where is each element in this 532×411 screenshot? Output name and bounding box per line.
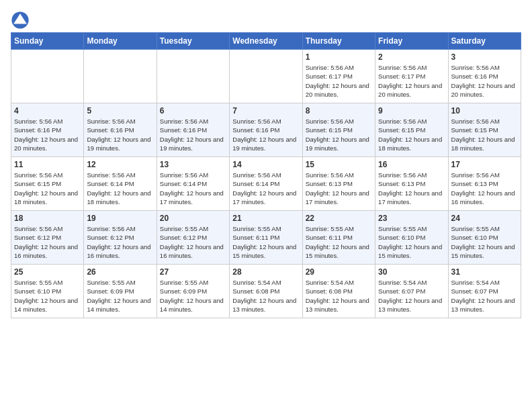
day-number: 22: [306, 214, 372, 223]
day-number: 8: [306, 106, 372, 116]
calendar-cell: 25Sunrise: 5:55 AM Sunset: 6:10 PM Dayli…: [11, 265, 84, 318]
day-info: Sunrise: 5:55 AM Sunset: 6:10 PM Dayligh…: [14, 278, 81, 314]
day-number: 21: [232, 214, 299, 223]
calendar-cell: 29Sunrise: 5:54 AM Sunset: 6:08 PM Dayli…: [302, 265, 375, 318]
calendar-cell: 7Sunrise: 5:56 AM Sunset: 6:16 PM Daylig…: [230, 103, 302, 157]
day-info: Sunrise: 5:55 AM Sunset: 6:09 PM Dayligh…: [160, 278, 226, 314]
day-number: 26: [87, 267, 153, 277]
day-info: Sunrise: 5:56 AM Sunset: 6:13 PM Dayligh…: [306, 171, 372, 206]
day-header: Monday: [84, 33, 157, 50]
day-info: Sunrise: 5:56 AM Sunset: 6:14 PM Dayligh…: [232, 171, 299, 206]
calendar-cell: 21Sunrise: 5:55 AM Sunset: 6:11 PM Dayli…: [230, 211, 302, 265]
day-number: 4: [14, 106, 81, 116]
day-info: Sunrise: 5:56 AM Sunset: 6:16 PM Dayligh…: [232, 117, 299, 152]
day-number: 25: [14, 267, 81, 277]
day-number: 11: [14, 160, 81, 169]
day-header: Wednesday: [230, 33, 302, 50]
day-info: Sunrise: 5:56 AM Sunset: 6:13 PM Dayligh…: [378, 171, 445, 206]
calendar-week-row: 11Sunrise: 5:56 AM Sunset: 6:15 PM Dayli…: [11, 157, 521, 211]
calendar-cell: 15Sunrise: 5:56 AM Sunset: 6:13 PM Dayli…: [302, 157, 375, 211]
calendar-cell: 8Sunrise: 5:56 AM Sunset: 6:15 PM Daylig…: [302, 103, 375, 157]
day-info: Sunrise: 5:56 AM Sunset: 6:16 PM Dayligh…: [87, 117, 153, 152]
day-info: Sunrise: 5:56 AM Sunset: 6:17 PM Dayligh…: [306, 63, 372, 99]
logo-icon: [11, 11, 30, 30]
day-number: 30: [378, 267, 445, 277]
day-info: Sunrise: 5:56 AM Sunset: 6:15 PM Dayligh…: [306, 117, 372, 152]
calendar-cell: 27Sunrise: 5:55 AM Sunset: 6:09 PM Dayli…: [157, 265, 229, 318]
day-info: Sunrise: 5:54 AM Sunset: 6:07 PM Dayligh…: [451, 278, 518, 314]
calendar-cell: [11, 50, 84, 103]
calendar-cell: [230, 50, 302, 103]
calendar-cell: 19Sunrise: 5:56 AM Sunset: 6:12 PM Dayli…: [84, 211, 157, 265]
day-number: 5: [87, 106, 153, 116]
calendar-cell: [84, 50, 157, 103]
day-info: Sunrise: 5:54 AM Sunset: 6:08 PM Dayligh…: [232, 278, 299, 314]
calendar-cell: 10Sunrise: 5:56 AM Sunset: 6:15 PM Dayli…: [448, 103, 521, 157]
calendar-week-row: 1Sunrise: 5:56 AM Sunset: 6:17 PM Daylig…: [11, 50, 521, 103]
calendar-week-row: 25Sunrise: 5:55 AM Sunset: 6:10 PM Dayli…: [11, 265, 521, 318]
calendar-cell: 17Sunrise: 5:56 AM Sunset: 6:13 PM Dayli…: [448, 157, 521, 211]
day-info: Sunrise: 5:56 AM Sunset: 6:17 PM Dayligh…: [378, 63, 445, 99]
day-number: 16: [378, 160, 445, 169]
day-number: 15: [306, 160, 372, 169]
day-info: Sunrise: 5:55 AM Sunset: 6:10 PM Dayligh…: [451, 224, 518, 260]
day-number: 31: [451, 267, 518, 277]
day-number: 24: [451, 214, 518, 223]
logo: [11, 11, 32, 30]
calendar-cell: 22Sunrise: 5:55 AM Sunset: 6:11 PM Dayli…: [302, 211, 375, 265]
calendar-cell: 5Sunrise: 5:56 AM Sunset: 6:16 PM Daylig…: [84, 103, 157, 157]
day-info: Sunrise: 5:56 AM Sunset: 6:16 PM Dayligh…: [451, 63, 518, 99]
calendar-cell: 14Sunrise: 5:56 AM Sunset: 6:14 PM Dayli…: [230, 157, 302, 211]
day-info: Sunrise: 5:56 AM Sunset: 6:14 PM Dayligh…: [160, 171, 226, 206]
day-number: 27: [160, 267, 226, 277]
header: [11, 11, 521, 30]
day-info: Sunrise: 5:56 AM Sunset: 6:15 PM Dayligh…: [451, 117, 518, 152]
calendar-cell: 23Sunrise: 5:55 AM Sunset: 6:10 PM Dayli…: [375, 211, 448, 265]
calendar-cell: 3Sunrise: 5:56 AM Sunset: 6:16 PM Daylig…: [448, 50, 521, 103]
day-info: Sunrise: 5:54 AM Sunset: 6:07 PM Dayligh…: [378, 278, 445, 314]
day-number: 14: [232, 160, 299, 169]
day-info: Sunrise: 5:55 AM Sunset: 6:10 PM Dayligh…: [378, 224, 445, 260]
calendar-cell: 2Sunrise: 5:56 AM Sunset: 6:17 PM Daylig…: [375, 50, 448, 103]
calendar-cell: 12Sunrise: 5:56 AM Sunset: 6:14 PM Dayli…: [84, 157, 157, 211]
day-number: 9: [378, 106, 445, 116]
day-number: 6: [160, 106, 226, 116]
day-info: Sunrise: 5:56 AM Sunset: 6:12 PM Dayligh…: [14, 224, 81, 260]
day-number: 3: [451, 52, 518, 62]
day-number: 18: [14, 214, 81, 223]
calendar-header-row: SundayMondayTuesdayWednesdayThursdayFrid…: [11, 33, 521, 50]
day-number: 1: [306, 52, 372, 62]
calendar-cell: 28Sunrise: 5:54 AM Sunset: 6:08 PM Dayli…: [230, 265, 302, 318]
calendar-cell: 26Sunrise: 5:55 AM Sunset: 6:09 PM Dayli…: [84, 265, 157, 318]
day-number: 19: [87, 214, 153, 223]
day-info: Sunrise: 5:56 AM Sunset: 6:16 PM Dayligh…: [160, 117, 226, 152]
day-number: 23: [378, 214, 445, 223]
day-info: Sunrise: 5:55 AM Sunset: 6:11 PM Dayligh…: [232, 224, 299, 260]
calendar-cell: 16Sunrise: 5:56 AM Sunset: 6:13 PM Dayli…: [375, 157, 448, 211]
calendar-cell: 13Sunrise: 5:56 AM Sunset: 6:14 PM Dayli…: [157, 157, 229, 211]
day-number: 12: [87, 160, 153, 169]
calendar-cell: 1Sunrise: 5:56 AM Sunset: 6:17 PM Daylig…: [302, 50, 375, 103]
calendar-cell: 6Sunrise: 5:56 AM Sunset: 6:16 PM Daylig…: [157, 103, 229, 157]
calendar-cell: 20Sunrise: 5:55 AM Sunset: 6:12 PM Dayli…: [157, 211, 229, 265]
day-info: Sunrise: 5:55 AM Sunset: 6:11 PM Dayligh…: [306, 224, 372, 260]
calendar-cell: 9Sunrise: 5:56 AM Sunset: 6:15 PM Daylig…: [375, 103, 448, 157]
day-header: Sunday: [11, 33, 84, 50]
day-info: Sunrise: 5:55 AM Sunset: 6:09 PM Dayligh…: [87, 278, 153, 314]
calendar-cell: 18Sunrise: 5:56 AM Sunset: 6:12 PM Dayli…: [11, 211, 84, 265]
calendar-cell: 30Sunrise: 5:54 AM Sunset: 6:07 PM Dayli…: [375, 265, 448, 318]
day-number: 28: [232, 267, 299, 277]
day-header: Tuesday: [157, 33, 229, 50]
day-header: Thursday: [302, 33, 375, 50]
day-info: Sunrise: 5:56 AM Sunset: 6:12 PM Dayligh…: [87, 224, 153, 260]
calendar-table: SundayMondayTuesdayWednesdayThursdayFrid…: [11, 32, 521, 318]
day-number: 29: [306, 267, 372, 277]
day-info: Sunrise: 5:54 AM Sunset: 6:08 PM Dayligh…: [306, 278, 372, 314]
day-number: 13: [160, 160, 226, 169]
day-number: 10: [451, 106, 518, 116]
day-info: Sunrise: 5:55 AM Sunset: 6:12 PM Dayligh…: [160, 224, 226, 260]
day-header: Friday: [375, 33, 448, 50]
day-info: Sunrise: 5:56 AM Sunset: 6:15 PM Dayligh…: [14, 171, 81, 206]
calendar-cell: [157, 50, 229, 103]
calendar-week-row: 18Sunrise: 5:56 AM Sunset: 6:12 PM Dayli…: [11, 211, 521, 265]
